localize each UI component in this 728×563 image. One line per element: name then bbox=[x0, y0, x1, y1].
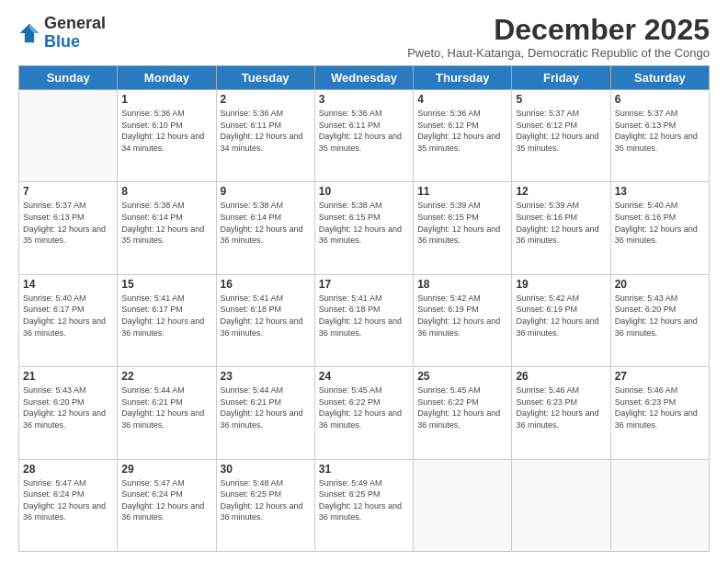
calendar-cell: 30Sunrise: 5:48 AM Sunset: 6:25 PM Dayli… bbox=[216, 459, 314, 551]
day-number: 23 bbox=[221, 370, 311, 383]
calendar-cell: 15Sunrise: 5:41 AM Sunset: 6:17 PM Dayli… bbox=[118, 274, 216, 366]
day-info: Sunrise: 5:36 AM Sunset: 6:11 PM Dayligh… bbox=[319, 108, 409, 154]
calendar-cell: 3Sunrise: 5:36 AM Sunset: 6:11 PM Daylig… bbox=[314, 90, 413, 182]
calendar-cell: 25Sunrise: 5:45 AM Sunset: 6:22 PM Dayli… bbox=[414, 367, 512, 459]
calendar-cell: 10Sunrise: 5:38 AM Sunset: 6:15 PM Dayli… bbox=[314, 182, 413, 274]
calendar-cell: 29Sunrise: 5:47 AM Sunset: 6:24 PM Dayli… bbox=[118, 459, 216, 551]
calendar-cell: 26Sunrise: 5:46 AM Sunset: 6:23 PM Dayli… bbox=[512, 367, 610, 459]
calendar-cell: 6Sunrise: 5:37 AM Sunset: 6:13 PM Daylig… bbox=[610, 90, 709, 182]
day-number: 5 bbox=[516, 93, 606, 106]
calendar-cell: 14Sunrise: 5:40 AM Sunset: 6:17 PM Dayli… bbox=[19, 274, 118, 366]
calendar-cell: 9Sunrise: 5:38 AM Sunset: 6:14 PM Daylig… bbox=[216, 182, 314, 274]
calendar-cell: 1Sunrise: 5:36 AM Sunset: 6:10 PM Daylig… bbox=[118, 90, 216, 182]
day-number: 26 bbox=[516, 370, 606, 383]
day-info: Sunrise: 5:38 AM Sunset: 6:14 PM Dayligh… bbox=[221, 200, 311, 246]
day-number: 1 bbox=[121, 93, 211, 106]
day-info: Sunrise: 5:46 AM Sunset: 6:23 PM Dayligh… bbox=[615, 385, 705, 431]
day-number: 11 bbox=[417, 185, 507, 198]
header: General Blue December 2025 Pweto, Haut-K… bbox=[18, 15, 710, 60]
day-number: 25 bbox=[417, 370, 507, 383]
calendar-cell: 4Sunrise: 5:36 AM Sunset: 6:12 PM Daylig… bbox=[414, 90, 512, 182]
calendar-cell bbox=[610, 459, 709, 551]
day-number: 7 bbox=[23, 185, 113, 198]
day-number: 31 bbox=[319, 463, 409, 476]
day-number: 20 bbox=[615, 278, 705, 291]
day-info: Sunrise: 5:36 AM Sunset: 6:12 PM Dayligh… bbox=[417, 108, 507, 154]
logo-icon bbox=[18, 22, 40, 44]
day-number: 27 bbox=[615, 370, 705, 383]
col-friday: Friday bbox=[512, 66, 610, 90]
day-info: Sunrise: 5:37 AM Sunset: 6:12 PM Dayligh… bbox=[516, 108, 606, 154]
day-number: 6 bbox=[615, 93, 705, 106]
day-number: 24 bbox=[319, 370, 409, 383]
day-number: 22 bbox=[121, 370, 211, 383]
calendar-week-2: 14Sunrise: 5:40 AM Sunset: 6:17 PM Dayli… bbox=[19, 274, 710, 366]
calendar-week-1: 7Sunrise: 5:37 AM Sunset: 6:13 PM Daylig… bbox=[19, 182, 710, 274]
day-info: Sunrise: 5:47 AM Sunset: 6:24 PM Dayligh… bbox=[121, 477, 211, 523]
col-thursday: Thursday bbox=[414, 66, 512, 90]
day-info: Sunrise: 5:49 AM Sunset: 6:25 PM Dayligh… bbox=[319, 477, 409, 523]
day-number: 21 bbox=[23, 370, 113, 383]
logo: General Blue bbox=[18, 15, 106, 52]
day-info: Sunrise: 5:39 AM Sunset: 6:15 PM Dayligh… bbox=[417, 200, 507, 246]
calendar-cell bbox=[414, 459, 512, 551]
calendar-cell: 23Sunrise: 5:44 AM Sunset: 6:21 PM Dayli… bbox=[216, 367, 314, 459]
calendar-cell bbox=[19, 90, 118, 182]
day-info: Sunrise: 5:41 AM Sunset: 6:17 PM Dayligh… bbox=[121, 293, 211, 339]
day-info: Sunrise: 5:37 AM Sunset: 6:13 PM Dayligh… bbox=[23, 200, 113, 246]
day-number: 12 bbox=[516, 185, 606, 198]
day-info: Sunrise: 5:44 AM Sunset: 6:21 PM Dayligh… bbox=[221, 385, 311, 431]
col-sunday: Sunday bbox=[19, 66, 118, 90]
calendar-cell: 22Sunrise: 5:44 AM Sunset: 6:21 PM Dayli… bbox=[118, 367, 216, 459]
calendar-cell: 28Sunrise: 5:47 AM Sunset: 6:24 PM Dayli… bbox=[19, 459, 118, 551]
day-info: Sunrise: 5:36 AM Sunset: 6:11 PM Dayligh… bbox=[221, 108, 311, 154]
logo-text: General Blue bbox=[44, 15, 106, 52]
calendar-cell: 20Sunrise: 5:43 AM Sunset: 6:20 PM Dayli… bbox=[610, 274, 709, 366]
calendar-cell: 19Sunrise: 5:42 AM Sunset: 6:19 PM Dayli… bbox=[512, 274, 610, 366]
day-number: 15 bbox=[121, 278, 211, 291]
calendar-cell: 24Sunrise: 5:45 AM Sunset: 6:22 PM Dayli… bbox=[314, 367, 413, 459]
calendar: Sunday Monday Tuesday Wednesday Thursday… bbox=[18, 65, 710, 552]
calendar-cell: 8Sunrise: 5:38 AM Sunset: 6:14 PM Daylig… bbox=[118, 182, 216, 274]
calendar-cell bbox=[512, 459, 610, 551]
calendar-cell: 7Sunrise: 5:37 AM Sunset: 6:13 PM Daylig… bbox=[19, 182, 118, 274]
day-info: Sunrise: 5:44 AM Sunset: 6:21 PM Dayligh… bbox=[121, 385, 211, 431]
day-number: 28 bbox=[23, 463, 113, 476]
day-number: 9 bbox=[221, 185, 311, 198]
day-number: 29 bbox=[121, 463, 211, 476]
day-info: Sunrise: 5:43 AM Sunset: 6:20 PM Dayligh… bbox=[23, 385, 113, 431]
day-info: Sunrise: 5:47 AM Sunset: 6:24 PM Dayligh… bbox=[23, 477, 113, 523]
day-info: Sunrise: 5:40 AM Sunset: 6:17 PM Dayligh… bbox=[23, 293, 113, 339]
day-info: Sunrise: 5:39 AM Sunset: 6:16 PM Dayligh… bbox=[516, 200, 606, 246]
day-number: 4 bbox=[417, 93, 507, 106]
day-info: Sunrise: 5:38 AM Sunset: 6:14 PM Dayligh… bbox=[121, 200, 211, 246]
day-info: Sunrise: 5:42 AM Sunset: 6:19 PM Dayligh… bbox=[417, 293, 507, 339]
day-info: Sunrise: 5:46 AM Sunset: 6:23 PM Dayligh… bbox=[516, 385, 606, 431]
calendar-cell: 12Sunrise: 5:39 AM Sunset: 6:16 PM Dayli… bbox=[512, 182, 610, 274]
title-block: December 2025 Pweto, Haut-Katanga, Democ… bbox=[407, 15, 710, 60]
calendar-cell: 31Sunrise: 5:49 AM Sunset: 6:25 PM Dayli… bbox=[314, 459, 413, 551]
col-monday: Monday bbox=[118, 66, 216, 90]
calendar-cell: 21Sunrise: 5:43 AM Sunset: 6:20 PM Dayli… bbox=[19, 367, 118, 459]
day-info: Sunrise: 5:48 AM Sunset: 6:25 PM Dayligh… bbox=[221, 477, 311, 523]
day-info: Sunrise: 5:42 AM Sunset: 6:19 PM Dayligh… bbox=[516, 293, 606, 339]
day-number: 8 bbox=[121, 185, 211, 198]
day-info: Sunrise: 5:36 AM Sunset: 6:10 PM Dayligh… bbox=[121, 108, 211, 154]
col-tuesday: Tuesday bbox=[216, 66, 314, 90]
day-number: 30 bbox=[221, 463, 311, 476]
day-info: Sunrise: 5:45 AM Sunset: 6:22 PM Dayligh… bbox=[319, 385, 409, 431]
day-info: Sunrise: 5:45 AM Sunset: 6:22 PM Dayligh… bbox=[417, 385, 507, 431]
logo-blue: Blue bbox=[44, 32, 80, 51]
calendar-cell: 13Sunrise: 5:40 AM Sunset: 6:16 PM Dayli… bbox=[610, 182, 709, 274]
col-wednesday: Wednesday bbox=[314, 66, 413, 90]
day-number: 18 bbox=[417, 278, 507, 291]
day-number: 2 bbox=[221, 93, 311, 106]
day-number: 14 bbox=[23, 278, 113, 291]
logo-general: General bbox=[44, 14, 106, 32]
day-info: Sunrise: 5:37 AM Sunset: 6:13 PM Dayligh… bbox=[615, 108, 705, 154]
calendar-header-row: Sunday Monday Tuesday Wednesday Thursday… bbox=[19, 66, 710, 90]
day-number: 13 bbox=[615, 185, 705, 198]
day-number: 17 bbox=[319, 278, 409, 291]
subtitle: Pweto, Haut-Katanga, Democratic Republic… bbox=[407, 46, 710, 60]
calendar-cell: 17Sunrise: 5:41 AM Sunset: 6:18 PM Dayli… bbox=[314, 274, 413, 366]
